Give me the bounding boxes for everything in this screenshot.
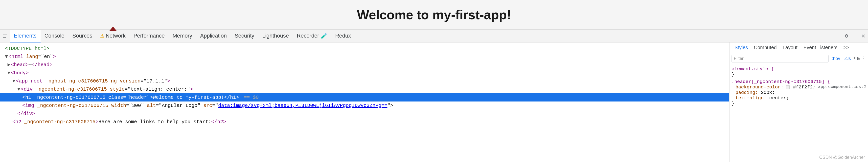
style-rule-source[interactable]: app.component.css:2 <box>818 85 866 89</box>
dom-line: <!DOCTYPE html> <box>0 44 729 53</box>
close-devtools-button[interactable]: ✕ <box>860 32 867 40</box>
svg-rect-2 <box>3 37 6 37</box>
tab-security[interactable]: Security <box>231 30 258 42</box>
svg-rect-0 <box>3 35 7 35</box>
devtools-tab-bar: Elements Console Sources ⚠ Network Perfo… <box>0 30 868 42</box>
style-prop-text-align: text-align: center; <box>732 95 866 101</box>
dom-line-selected[interactable]: <h1 _ngcontent-ng-c317606715 class="head… <box>0 93 729 101</box>
watermark: CSDN @GoldenArcher <box>819 155 865 160</box>
dom-panel: <!DOCTYPE html> ▼<html lang="en"> ►<head… <box>0 42 730 162</box>
style-prop-padding: padding: 20px; <box>732 90 866 95</box>
preview-title: Welcome to my-first-app! <box>357 7 511 22</box>
styles-tab-styles[interactable]: Styles <box>732 42 751 53</box>
styles-tabs-bar: Styles Computed Layout Event Listeners >… <box>730 42 868 53</box>
style-rule-header: .header[_ngcontent-ng-c317606715] { app.… <box>732 79 866 106</box>
dom-line: ▼<div _ngcontent-ng-c317606715 style="te… <box>0 85 729 93</box>
dom-line: ▼<app-root _nghost-ng-c317606715 ng-vers… <box>0 77 729 85</box>
filter-buttons: :hov .cls + ⊞ ⋮ <box>830 56 866 62</box>
hov-filter-button[interactable]: :hov <box>830 56 841 62</box>
styles-tab-more[interactable]: >> <box>841 42 852 53</box>
preview-area: Welcome to my-first-app! <box>0 0 868 30</box>
cls-filter-button[interactable]: .cls <box>842 56 852 62</box>
tab-console[interactable]: Console <box>40 30 68 42</box>
styles-tab-layout[interactable]: Layout <box>780 42 801 53</box>
svg-rect-1 <box>3 36 5 36</box>
devtools-main-content: <!DOCTYPE html> ▼<html lang="en"> ►<head… <box>0 42 868 162</box>
dom-line: <h2 _ngcontent-ng-c317606715>Here are so… <box>0 118 729 126</box>
tab-elements[interactable]: Elements <box>10 30 40 42</box>
settings-icon[interactable]: ⚙ <box>843 32 850 40</box>
style-rule-header-selector: .header[_ngcontent-ng-c317606715] { app.… <box>732 79 866 85</box>
tab-application[interactable]: Application <box>196 30 231 42</box>
network-warning-icon: ⚠ <box>100 33 104 39</box>
dom-line: <img _ngcontent-ng-c317606715 width="300… <box>0 101 729 110</box>
more-options-icon[interactable]: ⋮ <box>851 32 859 40</box>
style-rule-close: } <box>732 101 866 106</box>
new-style-rule-button[interactable]: ⊞ <box>857 56 861 62</box>
tab-redux[interactable]: Redux <box>331 30 355 42</box>
dom-line: </div> <box>0 110 729 118</box>
styles-panel: Styles Computed Layout Event Listeners >… <box>730 42 868 162</box>
dom-line: ▼<body> <box>0 69 729 77</box>
devtools-panel: Elements Console Sources ⚠ Network Perfo… <box>0 30 868 162</box>
add-style-button[interactable]: + <box>853 56 856 62</box>
styles-filter-input[interactable] <box>732 55 829 63</box>
network-triangle-indicator <box>110 27 117 31</box>
styles-tab-event-listeners[interactable]: Event Listeners <box>801 42 841 53</box>
styles-tab-computed[interactable]: Computed <box>751 42 779 53</box>
tab-performance[interactable]: Performance <box>130 30 169 42</box>
devtools-main-icon[interactable] <box>1 32 9 40</box>
tab-recorder[interactable]: Recorder 🧪 <box>293 30 331 42</box>
tab-network[interactable]: ⚠ Network <box>96 30 130 42</box>
toggle-element-state-button[interactable]: ⋮ <box>862 56 866 62</box>
color-swatch-background[interactable] <box>786 86 789 89</box>
tab-lighthouse[interactable]: Lighthouse <box>258 30 293 42</box>
dom-line: ►<head>⋯</head> <box>0 61 729 69</box>
style-rule-element: element.style { } <box>732 66 866 77</box>
tab-sources[interactable]: Sources <box>68 30 96 42</box>
styles-filter-bar: :hov .cls + ⊞ ⋮ <box>730 53 868 64</box>
dom-line: ▼<html lang="en"> <box>0 53 729 61</box>
style-rule-selector: element.style { <box>732 66 866 72</box>
style-rule-close: } <box>732 72 866 77</box>
styles-content: element.style { } .header[_ngcontent-ng-… <box>730 64 868 162</box>
tab-memory[interactable]: Memory <box>169 30 196 42</box>
tab-bar-right: ⚙ ⋮ ✕ <box>843 32 867 40</box>
